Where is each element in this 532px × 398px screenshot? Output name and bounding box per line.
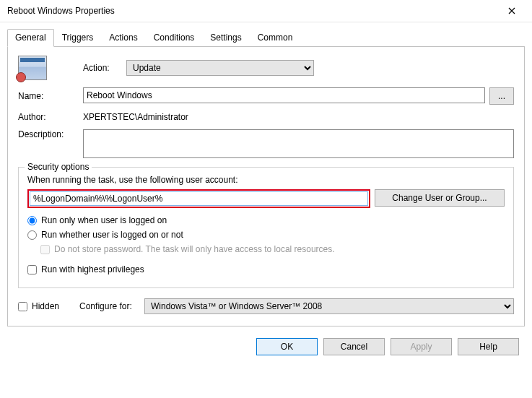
radio-run-logged-on-label: Run only when user is logged on xyxy=(41,215,167,225)
dialog-footer: OK Cancel Apply Help xyxy=(0,332,532,364)
security-options-group: Security options When running the task, … xyxy=(18,167,514,288)
check-highest-privileges-label: Run with highest privileges xyxy=(41,264,144,274)
task-icon xyxy=(18,56,47,80)
radio-run-logged-on-input[interactable] xyxy=(27,216,37,225)
check-hidden[interactable]: Hidden xyxy=(18,301,59,311)
tab-actions[interactable]: Actions xyxy=(101,29,145,47)
tab-general[interactable]: General xyxy=(7,29,54,47)
description-label: Description: xyxy=(18,129,83,139)
radio-run-whether-label: Run whether user is logged on or not xyxy=(41,230,183,240)
check-highest-privileges-input[interactable] xyxy=(27,265,37,274)
name-label: Name: xyxy=(18,91,83,101)
author-label: Author: xyxy=(18,112,83,122)
account-input[interactable] xyxy=(30,191,368,206)
help-button[interactable]: Help xyxy=(458,338,519,355)
author-value: XPERTSTEC\Administrator xyxy=(83,112,188,122)
check-highest-privileges[interactable]: Run with highest privileges xyxy=(27,264,505,274)
titlebar: Reboot Windows Properties xyxy=(0,0,532,22)
radio-run-whether[interactable]: Run whether user is logged on or not xyxy=(27,230,505,240)
close-button[interactable] xyxy=(497,1,526,21)
check-no-store-password: Do not store password. The task will onl… xyxy=(40,244,505,254)
description-input[interactable] xyxy=(83,129,514,158)
close-icon xyxy=(508,7,515,14)
account-highlight xyxy=(27,189,370,208)
window-title: Reboot Windows Properties xyxy=(7,6,497,16)
check-hidden-input[interactable] xyxy=(18,302,27,311)
tab-common[interactable]: Common xyxy=(250,29,301,47)
action-select[interactable]: Update xyxy=(126,60,314,76)
ok-button[interactable]: OK xyxy=(256,338,318,355)
apply-button: Apply xyxy=(391,338,452,355)
change-user-button[interactable]: Change User or Group... xyxy=(375,189,505,207)
tab-settings[interactable]: Settings xyxy=(202,29,249,47)
configure-for-label: Configure for: xyxy=(79,301,144,311)
radio-run-whether-input[interactable] xyxy=(27,230,37,240)
action-label: Action: xyxy=(83,63,126,73)
check-no-store-password-input xyxy=(40,245,50,254)
check-no-store-password-label: Do not store password. The task will onl… xyxy=(54,244,335,254)
security-prompt: When running the task, use the following… xyxy=(27,175,505,185)
radio-run-logged-on[interactable]: Run only when user is logged on xyxy=(27,215,505,225)
security-legend: Security options xyxy=(25,162,92,172)
tab-bar: General Triggers Actions Conditions Sett… xyxy=(7,28,525,47)
tab-conditions[interactable]: Conditions xyxy=(146,29,203,47)
browse-button[interactable]: ... xyxy=(489,87,514,105)
check-hidden-label: Hidden xyxy=(32,301,59,311)
general-panel: Action: Update Name: ... Author: XPERTST… xyxy=(7,47,525,326)
tab-triggers[interactable]: Triggers xyxy=(54,29,102,47)
name-input[interactable] xyxy=(83,87,485,103)
cancel-button[interactable]: Cancel xyxy=(323,338,385,355)
configure-for-select[interactable]: Windows Vista™ or Windows Server™ 2008 xyxy=(144,298,514,314)
